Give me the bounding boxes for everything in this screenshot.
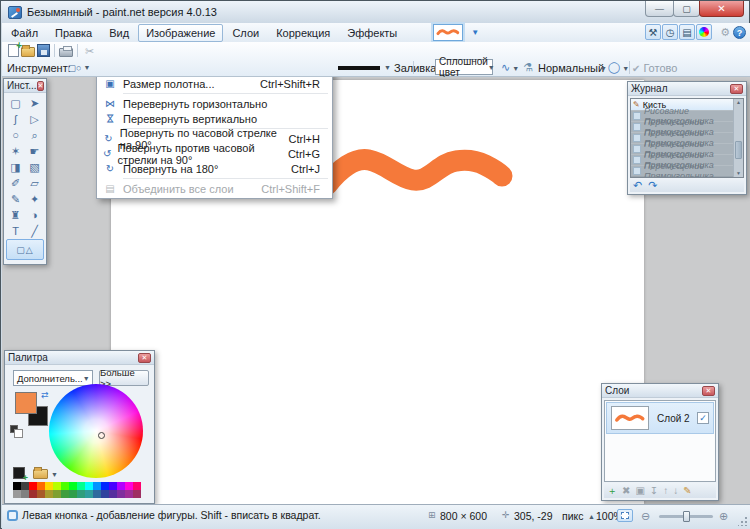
redo-icon[interactable]: ↷ (648, 180, 657, 191)
menu-item-rotate-180[interactable]: ↻Повернуть на 180°Ctrl+J (97, 161, 332, 176)
layers-window-titlebar[interactable]: Слои ✕ (602, 384, 718, 398)
finish-button[interactable]: ✔Готово (632, 62, 677, 74)
palette-swatch[interactable] (77, 482, 85, 490)
settings-gear-icon[interactable]: ⚙ (720, 26, 730, 39)
palette-swatch[interactable] (53, 482, 61, 490)
tool-magic-wand-icon[interactable]: ✶ (6, 143, 25, 159)
palette-swatch[interactable] (133, 482, 141, 490)
palette-swatch[interactable] (13, 482, 21, 490)
colors-toggle-button[interactable] (696, 24, 712, 40)
history-scrollbar[interactable]: ▲▼ (733, 99, 743, 177)
swap-colors-icon[interactable]: ⇄ (41, 390, 49, 400)
undo-icon[interactable]: ↶ (633, 180, 642, 191)
palette-file-icon[interactable] (33, 469, 48, 479)
palette-swatch[interactable] (37, 490, 45, 498)
palette-swatch[interactable] (93, 490, 101, 498)
layer-properties-icon[interactable]: ✎ (683, 485, 691, 496)
zoom-slider-thumb[interactable] (683, 511, 690, 522)
tool-line-curve-icon[interactable]: ╱ (25, 223, 44, 239)
menu-layers[interactable]: Слои (224, 24, 267, 42)
color-scheme-combobox[interactable]: Дополнитель...▼ (13, 370, 93, 386)
palette-swatch[interactable] (93, 482, 101, 490)
tool-paint-bucket-icon[interactable]: ◨ (6, 159, 25, 175)
zoom-out-icon[interactable]: ⊖ (641, 510, 650, 523)
tools-window-titlebar[interactable]: Инст... ✕ (4, 79, 46, 93)
image-list-arrow-icon[interactable]: ▼ (471, 28, 479, 37)
close-button[interactable]: ✕ (699, 1, 744, 17)
palette-swatch[interactable] (101, 482, 109, 490)
history-window-titlebar[interactable]: Журнал ✕ (628, 82, 746, 96)
units-arrow-icon[interactable]: ▲ (588, 513, 595, 520)
more-button[interactable]: Больше >> (99, 370, 149, 386)
tool-clone-stamp-icon[interactable]: ♜ (6, 207, 25, 223)
palette-swatch[interactable] (21, 482, 29, 490)
menu-edit[interactable]: Правка (47, 24, 100, 42)
palette-file-arrow-icon[interactable]: ▼ (51, 471, 58, 478)
zoom-in-icon[interactable]: ⊕ (719, 510, 728, 523)
palette-swatch[interactable] (69, 490, 77, 498)
image-tab-thumbnail[interactable] (433, 24, 463, 41)
menu-adjustments[interactable]: Коррекция (268, 24, 338, 42)
menu-item-flip-horizontal[interactable]: ⋈Перевернуть горизонтально (97, 96, 332, 111)
palette-swatch[interactable] (29, 490, 37, 498)
open-file-icon[interactable] (21, 47, 35, 57)
tool-pencil-icon[interactable]: ✎ (6, 191, 25, 207)
palette-swatch[interactable] (37, 482, 45, 490)
tools-toggle-button[interactable]: ⚒ (645, 24, 661, 40)
tool-eraser-icon[interactable]: ▱ (25, 175, 44, 191)
tool-rectangle-select-icon[interactable]: ▢ (6, 95, 25, 111)
tool-lasso-select-icon[interactable]: ʃ (6, 111, 25, 127)
menu-item-canvas-size[interactable]: ▣Размер полотна...Ctrl+Shift+R (97, 77, 332, 91)
move-layer-up-icon[interactable]: ↑ (663, 485, 668, 496)
maximize-button[interactable]: ▢ (673, 1, 700, 17)
palette-swatch[interactable] (21, 490, 29, 498)
scrollbar-thumb[interactable] (735, 141, 742, 159)
stroke-width-dropdown[interactable]: ▼ (338, 64, 391, 71)
help-icon[interactable]: ? (733, 26, 746, 39)
tool-recolor-icon[interactable]: ◑ (25, 207, 44, 223)
palette-swatch[interactable] (45, 490, 53, 498)
tool-shapes-dropdown[interactable]: ▢○▼ (64, 60, 94, 75)
tools-window-close-icon[interactable]: ✕ (37, 81, 45, 91)
merge-down-icon[interactable]: ↧ (650, 485, 658, 496)
palette-swatch[interactable] (29, 482, 37, 490)
history-toggle-button[interactable]: ◷ (662, 24, 678, 40)
tool-ellipse-select-icon[interactable]: ○ (6, 127, 25, 143)
menu-file[interactable]: Файл (3, 24, 46, 42)
palette-window-titlebar[interactable]: Палитра ✕ (5, 351, 154, 365)
primary-color-swatch[interactable] (15, 392, 37, 414)
duplicate-layer-icon[interactable]: ▣ (635, 485, 644, 496)
layers-window-close-icon[interactable]: ✕ (702, 386, 715, 396)
layers-toggle-button[interactable]: ▤ (679, 24, 695, 40)
palette-swatch[interactable] (117, 490, 125, 498)
print-icon[interactable] (59, 48, 73, 57)
menu-view[interactable]: Вид (101, 24, 137, 42)
palette-swatch[interactable] (109, 482, 117, 490)
palette-swatch[interactable] (45, 482, 53, 490)
palette-swatch[interactable] (13, 490, 21, 498)
add-layer-icon[interactable]: ＋ (607, 484, 617, 498)
minimize-button[interactable]: — (645, 1, 674, 17)
zoom-to-window-button[interactable] (617, 509, 633, 522)
color-pair-icon[interactable] (10, 425, 18, 433)
layer-row[interactable]: Слой 2 ✓ (606, 402, 714, 434)
tool-text-icon[interactable]: T (6, 223, 25, 239)
antialias-icon[interactable]: ◯▼ (608, 61, 629, 74)
palette-swatch[interactable] (69, 482, 77, 490)
tool-move-selected-pixels-icon[interactable]: ➤ (25, 95, 44, 111)
add-color-button[interactable] (13, 467, 25, 479)
palette-swatch[interactable] (125, 490, 133, 498)
layer-visibility-checkbox[interactable]: ✓ (697, 412, 709, 424)
delete-layer-icon[interactable]: ✖ (622, 485, 630, 496)
tool-color-picker-icon[interactable]: ✦ (25, 191, 44, 207)
resize-grip[interactable] (738, 517, 747, 526)
menu-effects[interactable]: Эффекты (339, 24, 405, 42)
color-wheel-selector[interactable] (98, 432, 105, 439)
tool-move-selection-icon[interactable]: ▷ (25, 111, 44, 127)
new-file-icon[interactable] (8, 44, 19, 57)
palette-swatch[interactable] (133, 490, 141, 498)
color-wheel[interactable] (49, 384, 143, 478)
curve-style-icon[interactable]: ∿▼ (501, 61, 519, 74)
palette-swatch[interactable] (117, 482, 125, 490)
zoom-slider[interactable] (659, 515, 713, 518)
